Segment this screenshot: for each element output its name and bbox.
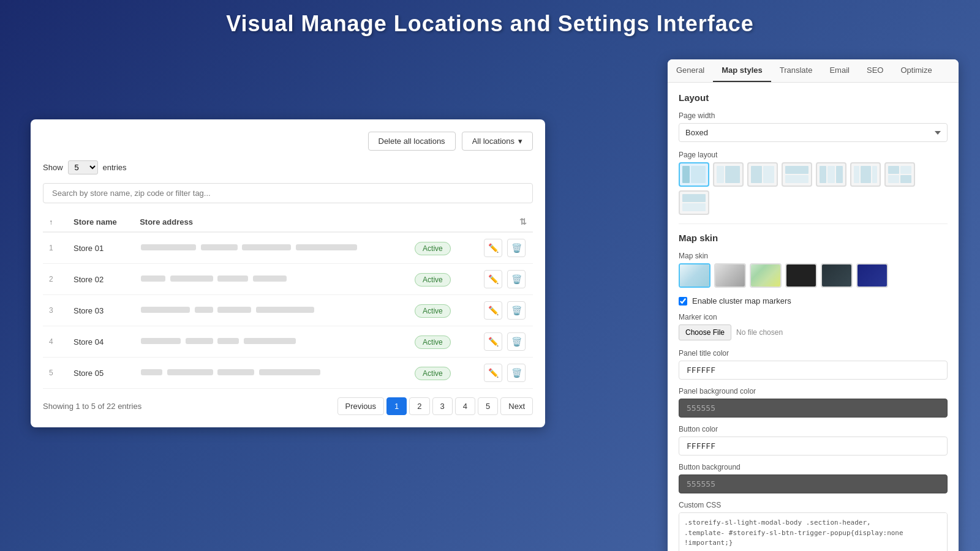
settings-tabs: General Map styles Translate Email SEO O… (668, 59, 959, 83)
page-5-button[interactable]: 5 (478, 397, 498, 415)
panel-title-color-label: Panel title color (679, 349, 948, 358)
search-bar (43, 183, 533, 203)
delete-button[interactable]: 🗑️ (507, 332, 526, 351)
tab-optimize[interactable]: Optimize (892, 59, 940, 82)
tab-general[interactable]: General (668, 59, 713, 82)
table-footer: Showing 1 to 5 of 22 entries Previous 1 … (43, 397, 533, 415)
tab-map-styles[interactable]: Map styles (713, 59, 771, 82)
panel-title-color-group: Panel title color (679, 349, 948, 380)
row-num: 2 (43, 264, 67, 295)
map-skin-dark2[interactable] (821, 263, 853, 288)
edit-button[interactable]: ✏️ (484, 301, 502, 320)
status-badge: Active (415, 304, 451, 318)
actions-cell: ✏️ 🗑️ (466, 295, 533, 326)
panel-title-color-input[interactable] (679, 361, 948, 380)
store-name: Store 03 (67, 295, 134, 326)
tab-email[interactable]: Email (821, 59, 858, 82)
actions-cell: ✏️ 🗑️ (466, 232, 533, 264)
button-color-label: Button color (679, 425, 948, 433)
settings-content: Layout Page width Boxed Full width Page … (668, 83, 959, 551)
map-skin-section-title: Map skin (679, 233, 948, 243)
tab-seo[interactable]: SEO (858, 59, 892, 82)
page-2-button[interactable]: 2 (409, 397, 429, 415)
table-row: 3 Store 03 Active ✏️ 🗑️ (43, 295, 533, 326)
status-cell: Active (409, 232, 466, 264)
layout-option-4[interactable] (782, 162, 812, 187)
actions-cell: ✏️ 🗑️ (466, 326, 533, 358)
table-row: 2 Store 02 Active ✏️ 🗑️ (43, 264, 533, 295)
page-1-button[interactable]: 1 (386, 397, 407, 415)
entries-select[interactable]: 5 10 25 (68, 160, 98, 174)
status-badge: Active (415, 242, 451, 255)
map-skin-grey[interactable] (714, 263, 746, 288)
map-skin-label: Map skin (679, 252, 948, 260)
page-width-select[interactable]: Boxed Full width (679, 123, 948, 142)
status-badge: Active (415, 273, 451, 287)
layout-option-8[interactable] (679, 190, 709, 215)
search-input[interactable] (43, 183, 533, 203)
col-status (409, 212, 466, 232)
layout-section-title: Layout (679, 92, 948, 103)
button-bg-label: Button background (679, 463, 948, 471)
delete-button[interactable]: 🗑️ (507, 301, 526, 320)
layout-option-2[interactable] (713, 162, 744, 187)
layout-option-5[interactable] (816, 162, 846, 187)
status-cell: Active (409, 358, 466, 389)
cluster-checkbox-row: Enable cluster map markers (679, 296, 948, 305)
status-badge: Active (415, 367, 451, 380)
map-skin-blue[interactable] (856, 263, 888, 288)
layout-option-6[interactable] (850, 162, 881, 187)
layout-option-3[interactable] (747, 162, 778, 187)
map-skin-light[interactable] (679, 263, 710, 288)
sort-action-icon: ⇅ (519, 217, 527, 227)
custom-css-textarea[interactable]: .storeify-sl-light-modal-body .section-h… (679, 512, 948, 551)
pagination: Previous 1 2 3 4 5 Next (337, 397, 533, 415)
map-skin-terrain[interactable] (750, 263, 782, 288)
page-width-label: Page width (679, 111, 948, 120)
status-cell: Active (409, 326, 466, 358)
edit-button[interactable]: ✏️ (484, 364, 502, 382)
entries-label: entries (103, 163, 127, 172)
settings-panel: General Map styles Translate Email SEO O… (668, 59, 959, 551)
edit-button[interactable]: ✏️ (484, 332, 502, 351)
status-cell: Active (409, 264, 466, 295)
tab-translate[interactable]: Translate (771, 59, 821, 82)
button-bg-input[interactable] (679, 474, 948, 493)
page-layout-label: Page layout (679, 151, 948, 159)
filter-arrow-icon: ▾ (518, 137, 522, 146)
panel-bg-color-label: Panel background color (679, 387, 948, 395)
next-button[interactable]: Next (500, 397, 533, 415)
page-3-button[interactable]: 3 (432, 397, 453, 415)
filter-label: All locations (472, 137, 514, 146)
delete-all-button[interactable]: Delete all locations (368, 132, 456, 151)
store-address (134, 264, 409, 295)
layout-option-7[interactable] (884, 162, 915, 187)
custom-css-label: Custom CSS (679, 501, 948, 509)
delete-button[interactable]: 🗑️ (507, 270, 526, 288)
button-color-input[interactable] (679, 437, 948, 455)
map-skin-dark[interactable] (785, 263, 817, 288)
prev-button[interactable]: Previous (337, 397, 385, 415)
button-bg-group: Button background (679, 463, 948, 493)
row-num: 4 (43, 326, 67, 358)
table-row: 1 Store 01 Active ✏️ 🗑️ (43, 232, 533, 264)
custom-css-group: Custom CSS .storeify-sl-light-modal-body… (679, 501, 948, 551)
showing-text: Showing 1 to 5 of 22 entries (43, 402, 141, 411)
store-address (134, 326, 409, 358)
delete-button[interactable]: 🗑️ (507, 364, 526, 382)
delete-button[interactable]: 🗑️ (507, 239, 526, 257)
panel-bg-color-input[interactable] (679, 399, 948, 418)
sort-icon[interactable]: ↑ (49, 218, 53, 227)
choose-file-button[interactable]: Choose File (679, 324, 731, 340)
actions-cell: ✏️ 🗑️ (466, 264, 533, 295)
locations-table: ↑ Store name Store address ⇅ 1 Store 01 (43, 212, 533, 389)
store-address (134, 358, 409, 389)
page-4-button[interactable]: 4 (455, 397, 475, 415)
filter-dropdown-button[interactable]: All locations ▾ (462, 132, 533, 151)
status-cell: Active (409, 295, 466, 326)
layout-option-1[interactable] (679, 162, 709, 187)
edit-button[interactable]: ✏️ (484, 270, 502, 288)
edit-button[interactable]: ✏️ (484, 239, 502, 257)
cluster-checkbox[interactable] (679, 297, 687, 305)
toolbar: Delete all locations All locations ▾ (43, 132, 533, 151)
